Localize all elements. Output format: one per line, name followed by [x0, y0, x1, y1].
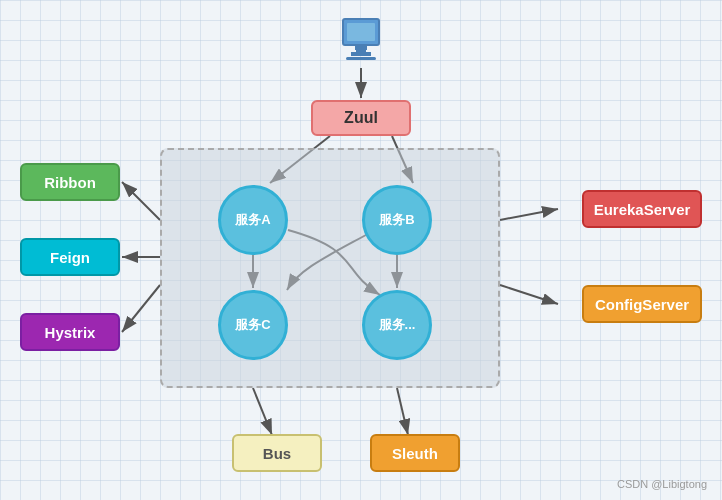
service-b: 服务B — [362, 185, 432, 255]
eureka-box: EurekaServer — [582, 190, 702, 228]
config-label: ConfigServer — [595, 296, 689, 313]
service-a: 服务A — [218, 185, 288, 255]
svg-line-7 — [122, 182, 160, 220]
bus-label: Bus — [263, 445, 291, 462]
svg-line-12 — [253, 388, 272, 435]
service-a-label: 服务A — [235, 211, 270, 229]
service-c: 服务C — [218, 290, 288, 360]
zuul-label: Zuul — [344, 109, 378, 127]
ribbon-label: Ribbon — [44, 174, 96, 191]
service-c-label: 服务C — [235, 316, 270, 334]
service-d-label: 服务... — [379, 316, 416, 334]
svg-line-13 — [397, 388, 408, 435]
diagram-container: Zuul 服务A 服务B 服务C 服务... Ribbon Feign Hyst… — [0, 0, 722, 500]
feign-label: Feign — [50, 249, 90, 266]
feign-box: Feign — [20, 238, 120, 276]
sleuth-box: Sleuth — [370, 434, 460, 472]
service-d: 服务... — [362, 290, 432, 360]
computer-icon — [342, 18, 380, 60]
watermark: CSDN @Libigtong — [617, 478, 707, 490]
eureka-label: EurekaServer — [594, 201, 691, 218]
main-area — [160, 148, 500, 388]
svg-line-9 — [122, 285, 160, 332]
service-b-label: 服务B — [379, 211, 414, 229]
zuul-box: Zuul — [311, 100, 411, 136]
svg-line-11 — [500, 285, 558, 304]
sleuth-label: Sleuth — [392, 445, 438, 462]
bus-box: Bus — [232, 434, 322, 472]
hystrix-label: Hystrix — [45, 324, 96, 341]
config-box: ConfigServer — [582, 285, 702, 323]
ribbon-box: Ribbon — [20, 163, 120, 201]
svg-line-10 — [500, 209, 558, 220]
monitor — [342, 18, 380, 46]
watermark-text: CSDN @Libigtong — [617, 478, 707, 490]
hystrix-box: Hystrix — [20, 313, 120, 351]
